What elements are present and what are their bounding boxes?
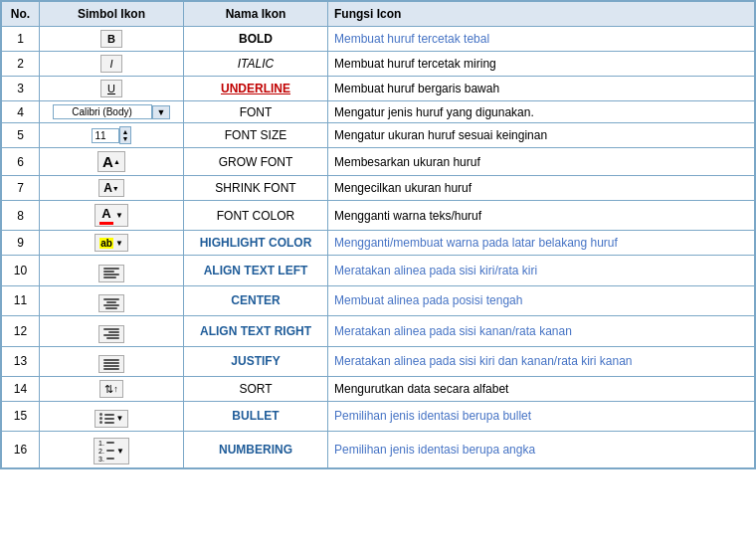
row-no: 16 bbox=[2, 431, 40, 467]
row-no: 1 bbox=[2, 27, 40, 52]
table-row: 16 1. 2. 3. ▼ NUMBERING Pemilihan jenis … bbox=[2, 431, 755, 467]
row-nama: JUSTIFY bbox=[184, 346, 328, 377]
row-fungsi: Mengatur jenis huruf yang digunakan. bbox=[328, 101, 755, 123]
color-bar bbox=[99, 222, 113, 225]
row-simbol: ▼ bbox=[40, 402, 184, 432]
table-row: 5 11 ▲ ▼ FONT SIZE Mengatur ukuran huruf… bbox=[2, 123, 755, 148]
row-no: 7 bbox=[2, 176, 40, 201]
row-simbol: A▲ bbox=[40, 148, 184, 176]
row-no: 8 bbox=[2, 201, 40, 231]
justify-icon bbox=[98, 355, 124, 373]
row-fungsi: Mengatur ukuran huruf sesuai keinginan bbox=[328, 123, 755, 148]
row-simbol bbox=[40, 256, 184, 286]
main-table-container: No. Simbol Ikon Nama Ikon Fungsi Icon 1 … bbox=[0, 0, 756, 469]
font-size-icon: 11 ▲ ▼ bbox=[92, 126, 132, 144]
header-nama: Nama Ikon bbox=[184, 2, 328, 27]
sort-icon: ⇅↑ bbox=[99, 380, 123, 398]
table-row: 13 JUSTIFY Meratakan alinea pada sisi ki… bbox=[2, 346, 755, 377]
row-nama: FONT bbox=[184, 101, 328, 123]
row-fungsi: Mengurutkan data secara alfabet bbox=[328, 377, 755, 402]
row-nama: SHRINK FONT bbox=[184, 176, 328, 201]
table-row: 15 ▼ BULLET Pemilihan jenis identasi ber… bbox=[2, 402, 755, 432]
row-simbol: A ▼ bbox=[40, 201, 184, 231]
font-dropdown-icon: Calibri (Body) ▼ bbox=[53, 104, 171, 119]
bold-icon: B bbox=[100, 30, 122, 48]
underline-icon: U bbox=[100, 80, 122, 97]
font-color-icon: A ▼ bbox=[94, 204, 128, 227]
row-nama: UNDERLINE bbox=[184, 77, 328, 101]
align-right-icon bbox=[98, 325, 124, 343]
row-simbol bbox=[40, 316, 184, 347]
row-fungsi: Membuat huruf tercetak miring bbox=[328, 52, 755, 77]
row-simbol bbox=[40, 285, 184, 316]
font-dropdown-arrow: ▼ bbox=[152, 105, 171, 119]
table-row: 1 B BOLD Membuat huruf tercetak tebal bbox=[2, 27, 755, 52]
row-no: 15 bbox=[2, 402, 40, 432]
row-no: 12 bbox=[2, 316, 40, 347]
row-no: 9 bbox=[2, 231, 40, 256]
row-nama: FONT SIZE bbox=[184, 123, 328, 148]
table-row: 10 ALIGN TEXT LEFT Meratakan alinea pada… bbox=[2, 256, 755, 286]
align-left-icon bbox=[98, 265, 124, 282]
row-no: 14 bbox=[2, 377, 40, 402]
size-arrow: ▲ ▼ bbox=[119, 126, 132, 144]
highlight-ab: ab bbox=[99, 238, 113, 249]
icon-reference-table: No. Simbol Ikon Nama Ikon Fungsi Icon 1 … bbox=[1, 1, 755, 468]
row-no: 6 bbox=[2, 148, 40, 176]
header-no: No. bbox=[2, 2, 40, 27]
numbering-icon: 1. 2. 3. ▼ bbox=[94, 438, 129, 464]
row-simbol: 11 ▲ ▼ bbox=[40, 123, 184, 148]
row-fungsi: Mengganti/membuat warna pada latar belak… bbox=[328, 231, 755, 256]
row-nama: ITALIC bbox=[184, 52, 328, 77]
row-no: 10 bbox=[2, 256, 40, 286]
row-nama: BOLD bbox=[184, 27, 328, 52]
row-no: 2 bbox=[2, 52, 40, 77]
grow-font-icon: A▲ bbox=[97, 151, 125, 172]
row-nama: BULLET bbox=[184, 402, 328, 432]
font-color-symbol: A bbox=[99, 206, 113, 225]
row-no: 11 bbox=[2, 285, 40, 316]
row-simbol: I bbox=[40, 52, 184, 77]
table-row: 7 A▼ SHRINK FONT Mengecilkan ukuran huru… bbox=[2, 176, 755, 201]
italic-icon: I bbox=[100, 55, 122, 73]
row-no: 4 bbox=[2, 101, 40, 123]
row-nama: SORT bbox=[184, 377, 328, 402]
color-dropdown-arrow: ▼ bbox=[115, 211, 123, 220]
header-fungsi: Fungsi Icon bbox=[328, 2, 755, 27]
table-row: 11 CENTER Membuat alinea pada posisi ten… bbox=[2, 285, 755, 316]
row-fungsi: Mengganti warna teks/huruf bbox=[328, 201, 755, 231]
align-center-icon bbox=[98, 294, 124, 312]
row-nama: FONT COLOR bbox=[184, 201, 328, 231]
row-fungsi: Meratakan alinea pada sisi kanan/rata ka… bbox=[328, 316, 755, 347]
row-no: 5 bbox=[2, 123, 40, 148]
row-simbol: Calibri (Body) ▼ bbox=[40, 101, 184, 123]
table-row: 9 ab ▼ HIGHLIGHT COLOR Mengganti/membuat… bbox=[2, 231, 755, 256]
row-fungsi: Membuat alinea pada posisi tengah bbox=[328, 285, 755, 316]
row-simbol: ab ▼ bbox=[40, 231, 184, 256]
row-fungsi: Meratakan alinea pada sisi kiri dan kana… bbox=[328, 346, 755, 377]
table-row: 3 U UNDERLINE Membuat huruf bergaris baw… bbox=[2, 77, 755, 101]
bullet-icon: ▼ bbox=[94, 410, 129, 428]
highlight-icon: ab ▼ bbox=[94, 234, 128, 252]
row-fungsi: Mengecilkan ukuran huruf bbox=[328, 176, 755, 201]
font-name-box: Calibri (Body) bbox=[53, 104, 152, 119]
row-fungsi: Pemilihan jenis identasi berupa angka bbox=[328, 431, 755, 467]
shrink-font-icon: A▼ bbox=[98, 179, 124, 197]
row-nama: CENTER bbox=[184, 285, 328, 316]
row-no: 13 bbox=[2, 346, 40, 377]
row-fungsi: Pemilihan jenis identasi berupa bullet bbox=[328, 402, 755, 432]
row-nama: ALIGN TEXT RIGHT bbox=[184, 316, 328, 347]
row-fungsi: Membesarkan ukuran huruf bbox=[328, 148, 755, 176]
row-fungsi: Meratakan alinea pada sisi kiri/rata kir… bbox=[328, 256, 755, 286]
row-nama: NUMBERING bbox=[184, 431, 328, 467]
row-simbol: B bbox=[40, 27, 184, 52]
table-row: 8 A ▼ FONT COLOR Mengganti warna teks/hu… bbox=[2, 201, 755, 231]
table-row: 6 A▲ GROW FONT Membesarkan ukuran huruf bbox=[2, 148, 755, 176]
row-simbol bbox=[40, 346, 184, 377]
header-simbol: Simbol Ikon bbox=[40, 2, 184, 27]
row-simbol: 1. 2. 3. ▼ bbox=[40, 431, 184, 467]
row-simbol: ⇅↑ bbox=[40, 377, 184, 402]
table-row: 14 ⇅↑ SORT Mengurutkan data secara alfab… bbox=[2, 377, 755, 402]
table-row: 4 Calibri (Body) ▼ FONT Mengatur jenis h… bbox=[2, 101, 755, 123]
highlight-arrow: ▼ bbox=[115, 239, 123, 248]
